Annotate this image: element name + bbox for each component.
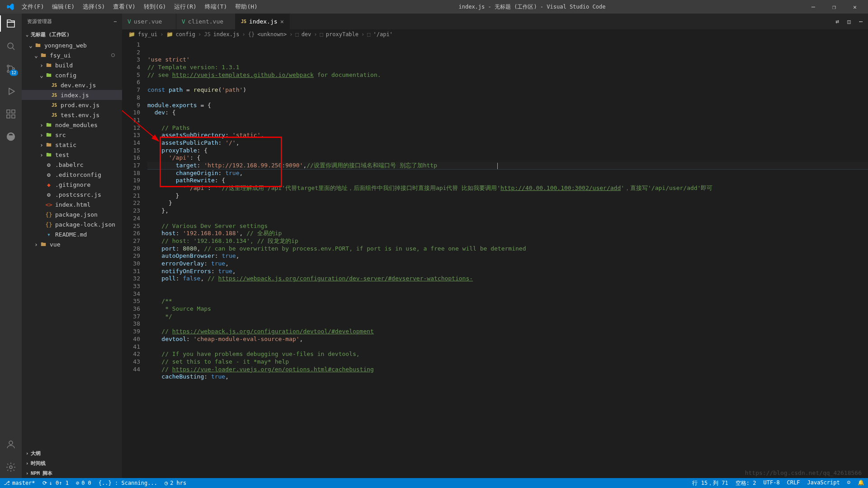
edge-tools-icon[interactable] [5, 130, 17, 143]
status-sync[interactable]: ⟳↓ 0↑ 1 [39, 478, 72, 488]
editor-tab[interactable]: JSindex.js✕ [236, 14, 290, 29]
status-encoding[interactable]: UTF-8 [760, 479, 783, 486]
sidebar-title: 资源管理器⋯ [22, 14, 122, 29]
svg-point-1 [7, 65, 9, 67]
status-clock[interactable]: ◷2 hrs [161, 478, 190, 488]
menu-item[interactable]: 查看(V) [109, 1, 139, 13]
close-button[interactable]: ✕ [844, 0, 865, 14]
npm-scripts-panel[interactable]: ›NPM 脚本 [22, 468, 122, 478]
run-debug-icon[interactable] [5, 85, 17, 98]
minimize-button[interactable]: ─ [803, 0, 824, 14]
tree-file[interactable]: {}package-lock.json [22, 219, 122, 229]
menu-item[interactable]: 文件(F) [18, 1, 47, 13]
menu-item[interactable]: 帮助(H) [231, 1, 261, 13]
sidebar: 资源管理器⋯ ⌄无标题 (工作区) ⌄yongneng_web⌄fsy_ui›b… [22, 14, 122, 478]
editor-group: Vuser.vue✕Vclient.vue✕JSindex.js✕ ⇄ ◫ ⋯ … [122, 14, 868, 478]
source-control-icon[interactable]: 12 [5, 62, 17, 75]
breadcrumb-item[interactable]: <unknown> [257, 31, 287, 38]
status-indent[interactable]: 空格: 2 [732, 479, 760, 487]
svg-point-8 [9, 441, 13, 445]
tree-folder[interactable]: ⌄yongneng_web [22, 40, 122, 50]
extensions-icon[interactable] [5, 108, 17, 120]
breadcrumb-item[interactable]: config [176, 31, 195, 38]
tree-file[interactable]: ⚙.editorconfig [22, 170, 122, 180]
menu-item[interactable]: 转到(G) [140, 1, 170, 13]
svg-point-0 [8, 43, 13, 48]
menu-item[interactable]: 编辑(E) [48, 1, 78, 13]
breadcrumb-item[interactable]: proxyTable [326, 31, 359, 38]
tree-folder[interactable]: ⌄config [22, 70, 122, 80]
tree-file[interactable]: ⚙.babelrc [22, 160, 122, 170]
tab-close-icon[interactable]: ✕ [280, 18, 284, 25]
code-content[interactable]: 'use strict'// Template version: 1.3.1//… [147, 39, 868, 478]
tree-file[interactable]: JStest.env.js [22, 110, 122, 120]
search-icon[interactable] [5, 40, 17, 52]
compare-changes-icon[interactable]: ⇄ [836, 18, 840, 25]
explorer-icon[interactable] [5, 17, 17, 30]
window-controls: ─ ❐ ✕ [803, 0, 865, 14]
status-problems[interactable]: ⊘0 0 [72, 478, 95, 488]
maximize-button[interactable]: ❐ [824, 0, 844, 14]
editor-tab[interactable]: Vuser.vue✕ [122, 14, 176, 29]
tree-file[interactable]: {}package.json [22, 209, 122, 219]
status-language[interactable]: JavaScript [804, 479, 844, 486]
tree-file[interactable]: ▾README.md [22, 229, 122, 239]
line-gutter: 1234567891011121314151617181920212223242… [122, 39, 147, 478]
breadcrumb-item[interactable]: index.js [213, 31, 240, 38]
breadcrumb-item[interactable]: '/api' [373, 31, 393, 38]
svg-rect-6 [7, 115, 10, 118]
tree-folder[interactable]: ›vue [22, 239, 122, 249]
tree-folder[interactable]: ›test [22, 150, 122, 160]
menu-item[interactable]: 选择(S) [79, 1, 108, 13]
status-feedback-icon[interactable]: ☺ [844, 479, 854, 486]
tree-folder[interactable]: ›build [22, 60, 122, 70]
tree-folder[interactable]: ›src [22, 130, 122, 140]
svg-rect-4 [7, 110, 10, 113]
status-bar: ⎇master* ⟳↓ 0↑ 1 ⊘0 0 {..} : Scanning...… [0, 478, 868, 488]
code-area[interactable]: 1234567891011121314151617181920212223242… [122, 39, 868, 478]
outline-panel[interactable]: ›大纲 [22, 448, 122, 458]
status-cursor-pos[interactable]: 行 15，列 71 [689, 479, 731, 487]
breadcrumb-item[interactable]: dev [302, 31, 311, 38]
workspace-header[interactable]: ⌄无标题 (工作区) [22, 29, 122, 39]
accounts-icon[interactable] [5, 438, 17, 451]
svg-point-2 [7, 71, 9, 72]
timeline-panel[interactable]: ›时间线 [22, 458, 122, 468]
breadcrumb[interactable]: 📁fsy_ui›📁config›JSindex.js›{}<unknown>›⬚… [122, 29, 868, 39]
tree-folder[interactable]: ⌄fsy_ui [22, 50, 122, 60]
status-notifications-icon[interactable]: 🔔 [854, 479, 868, 486]
status-branch[interactable]: ⎇master* [0, 478, 39, 488]
editor-tabs: Vuser.vue✕Vclient.vue✕JSindex.js✕ ⇄ ◫ ⋯ [122, 14, 868, 29]
settings-gear-icon[interactable] [5, 461, 17, 474]
tree-file[interactable]: ⚙.postcssrc.js [22, 190, 122, 199]
file-tree: ⌄yongneng_web⌄fsy_ui›build⌄configJSdev.e… [22, 39, 122, 250]
svg-rect-7 [12, 115, 15, 118]
svg-rect-5 [12, 110, 15, 113]
window-title: index.js - 无标题 (工作区) - Visual Studio Cod… [261, 3, 803, 11]
title-bar: 文件(F)编辑(E)选择(S)查看(V)转到(G)运行(R)终端(T)帮助(H)… [0, 0, 868, 14]
tree-folder[interactable]: ›node_modules [22, 120, 122, 130]
sidebar-more-icon[interactable]: ⋯ [113, 19, 117, 24]
activity-bar: 12 [0, 14, 22, 478]
svg-point-9 [9, 466, 12, 469]
tree-file[interactable]: JSdev.env.js [22, 80, 122, 90]
menu-item[interactable]: 运行(R) [170, 1, 200, 13]
tree-file[interactable]: ◆.gitignore [22, 180, 122, 190]
breadcrumb-item[interactable]: fsy_ui [138, 31, 157, 38]
status-scanning[interactable]: {..} : Scanning... [95, 478, 161, 488]
scm-badge: 12 [9, 70, 18, 76]
tree-file[interactable]: JSindex.js [22, 90, 122, 100]
split-editor-icon[interactable]: ◫ [847, 18, 851, 25]
tree-file[interactable]: JSprod.env.js [22, 100, 122, 110]
editor-tab[interactable]: Vclient.vue✕ [176, 14, 236, 29]
status-eol[interactable]: CRLF [783, 479, 804, 486]
workspace-name: 无标题 (工作区) [31, 31, 70, 38]
tree-file[interactable]: <>index.html [22, 199, 122, 209]
tree-folder[interactable]: ›static [22, 140, 122, 150]
vscode-logo-icon [6, 3, 14, 11]
menu-bar: 文件(F)编辑(E)选择(S)查看(V)转到(G)运行(R)终端(T)帮助(H) [18, 1, 261, 13]
menu-item[interactable]: 终端(T) [201, 1, 231, 13]
more-actions-icon[interactable]: ⋯ [859, 18, 863, 25]
